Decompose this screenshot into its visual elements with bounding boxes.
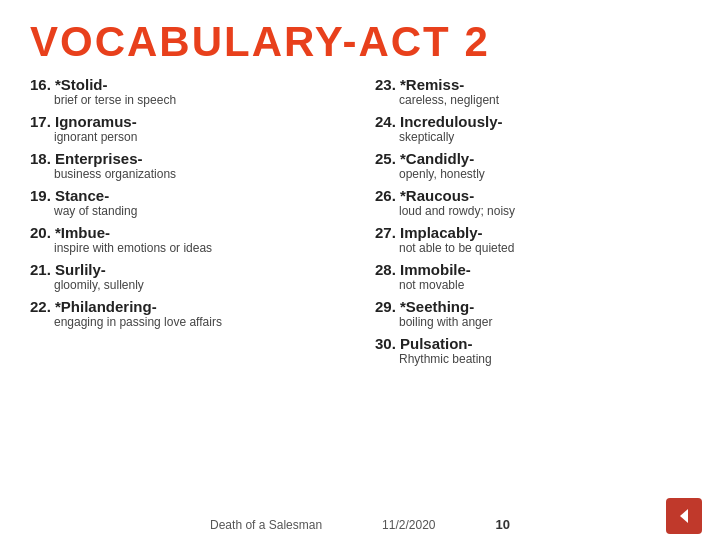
vocab-def: engaging in passing love affairs [30, 315, 355, 329]
vocab-def: not able to be quieted [375, 241, 700, 255]
vocab-item: 27. Implacably- not able to be quieted [375, 224, 700, 255]
left-column: 16. *Stolid- brief or terse in speech 17… [20, 76, 355, 372]
vocab-item: 21. Surlily- gloomily, sullenly [30, 261, 355, 292]
vocab-item: 20. *Imbue- inspire with emotions or ide… [30, 224, 355, 255]
vocab-item: 29. *Seething- boiling with anger [375, 298, 700, 329]
vocab-item: 19. Stance- way of standing [30, 187, 355, 218]
nav-back-button[interactable] [666, 498, 702, 534]
right-column: 23. *Remiss- careless, negligent 24. Inc… [365, 76, 700, 372]
vocab-def: business organizations [30, 167, 355, 181]
vocab-term: 19. Stance- [30, 187, 355, 204]
vocab-item: 25. *Candidly- openly, honestly [375, 150, 700, 181]
footer-source: Death of a Salesman [210, 518, 322, 532]
vocab-item: 24. Incredulously- skeptically [375, 113, 700, 144]
vocab-term: 23. *Remiss- [375, 76, 700, 93]
footer-date: 11/2/2020 [382, 518, 435, 532]
vocab-def: brief or terse in speech [30, 93, 355, 107]
vocab-def: careless, negligent [375, 93, 700, 107]
vocab-term: 25. *Candidly- [375, 150, 700, 167]
vocab-def: openly, honestly [375, 167, 700, 181]
footer-page: 10 [496, 517, 510, 532]
vocab-term: 26. *Raucous- [375, 187, 700, 204]
svg-marker-0 [680, 509, 688, 523]
vocab-item: 26. *Raucous- loud and rowdy; noisy [375, 187, 700, 218]
vocab-def: way of standing [30, 204, 355, 218]
vocab-def: loud and rowdy; noisy [375, 204, 700, 218]
vocab-def: Rhythmic beating [375, 352, 700, 366]
vocab-term: 29. *Seething- [375, 298, 700, 315]
vocab-term: 16. *Stolid- [30, 76, 355, 93]
vocab-term: 24. Incredulously- [375, 113, 700, 130]
footer: Death of a Salesman 11/2/2020 10 [0, 517, 720, 532]
vocab-term: 21. Surlily- [30, 261, 355, 278]
vocab-def: inspire with emotions or ideas [30, 241, 355, 255]
vocab-def: skeptically [375, 130, 700, 144]
vocab-item: 30. Pulsation- Rhythmic beating [375, 335, 700, 366]
vocab-term: 20. *Imbue- [30, 224, 355, 241]
vocab-term: 28. Immobile- [375, 261, 700, 278]
vocab-item: 16. *Stolid- brief or terse in speech [30, 76, 355, 107]
vocab-term: 27. Implacably- [375, 224, 700, 241]
vocab-term: 18. Enterprises- [30, 150, 355, 167]
vocab-item: 28. Immobile- not movable [375, 261, 700, 292]
vocab-item: 18. Enterprises- business organizations [30, 150, 355, 181]
vocab-term: 17. Ignoramus- [30, 113, 355, 130]
vocab-item: 23. *Remiss- careless, negligent [375, 76, 700, 107]
vocab-def: ignorant person [30, 130, 355, 144]
vocab-item: 22. *Philandering- engaging in passing l… [30, 298, 355, 329]
vocab-term: 30. Pulsation- [375, 335, 700, 352]
vocab-def: boiling with anger [375, 315, 700, 329]
page-title: VOCABULARY-ACT 2 [0, 0, 720, 72]
vocab-def: not movable [375, 278, 700, 292]
vocab-term: 22. *Philandering- [30, 298, 355, 315]
vocab-def: gloomily, sullenly [30, 278, 355, 292]
vocab-item: 17. Ignoramus- ignorant person [30, 113, 355, 144]
